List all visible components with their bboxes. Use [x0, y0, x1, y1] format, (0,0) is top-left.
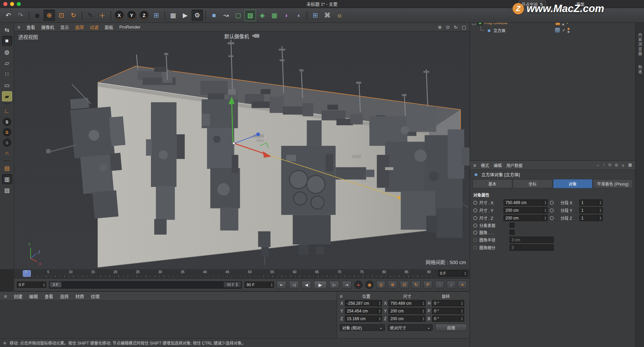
stepper[interactable]: ▴▾	[269, 282, 274, 288]
snap-button[interactable]: ∩	[2, 148, 12, 158]
record-button[interactable]: ●	[354, 281, 363, 289]
rotation-field[interactable]: 0 °▴▾	[432, 315, 464, 322]
object-label[interactable]: 立方体	[493, 28, 505, 33]
render-queue-button[interactable]: ▶	[179, 10, 191, 21]
keyframe-selection-button[interactable]: ◎	[376, 281, 385, 289]
primitive-cube-button[interactable]: ■	[208, 10, 220, 21]
array-button[interactable]: ▦	[269, 10, 280, 21]
size-y-field[interactable]: 200 cm▴▾	[503, 207, 548, 213]
sound-toggle[interactable]: ♪	[447, 281, 456, 289]
light-button[interactable]: ☼	[334, 10, 345, 21]
keyframe-dot[interactable]	[550, 216, 554, 220]
segments-x-field[interactable]: 1▴▾	[579, 199, 603, 206]
pen-tool[interactable]: ✎	[85, 10, 96, 21]
keyframe-dot[interactable]	[473, 208, 477, 212]
viewport-menu-display[interactable]: 显示	[60, 24, 69, 30]
tab-object[interactable]: 对象	[553, 179, 593, 188]
workplane-mode-button[interactable]: ▱	[2, 58, 12, 68]
timeline-ruler[interactable]: 0 5 10 15 20 25 30 35 40 45 50 55 60 65 …	[14, 269, 470, 279]
lock-icon[interactable]: ◎	[614, 162, 618, 168]
keyframe-dot[interactable]	[550, 201, 554, 205]
modeling-settings-button[interactable]: ▨	[2, 185, 12, 195]
fillet-checkbox[interactable]	[509, 230, 515, 235]
size-x-field[interactable]: 750.489 cm▴▾	[503, 199, 548, 206]
status-menu-icon[interactable]: ≡	[3, 340, 6, 346]
solo-hierarchy-button[interactable]: S	[2, 138, 12, 147]
material-menu-material[interactable]: 材质	[75, 293, 84, 299]
model-mode-button[interactable]: ■	[2, 36, 12, 46]
size-field[interactable]: 200 cm▴▾	[388, 308, 426, 314]
keyframe-dot[interactable]	[473, 216, 477, 220]
workplane-snap-button[interactable]: ▤	[2, 163, 12, 173]
keyframe-dot[interactable]	[473, 231, 477, 235]
viewport-menu-options[interactable]: 选项	[75, 24, 84, 30]
rotate-view-icon[interactable]: ↻	[454, 24, 458, 30]
rotation-field[interactable]: 0 °▴▾	[432, 308, 464, 314]
record-position-toggle[interactable]: ⊕	[388, 281, 397, 289]
size-field[interactable]: 200 cm▴▾	[388, 315, 426, 322]
attr-menu-edit[interactable]: 编辑	[494, 162, 502, 168]
solo-off-button[interactable]: S	[2, 117, 12, 127]
coordinate-system-button[interactable]: ⊞	[151, 10, 162, 21]
render-view-button[interactable]: ▦	[167, 10, 179, 21]
material-menu-edit[interactable]: 编辑	[29, 293, 38, 299]
edges-mode-button[interactable]: ▭	[2, 80, 12, 90]
polygons-mode-button[interactable]: ▰	[2, 91, 12, 101]
texture-mode-button[interactable]: ◍	[2, 47, 12, 57]
node-space-selector[interactable]: 节点空间 ⇅	[519, 1, 546, 8]
quantize-button[interactable]: ▥	[2, 174, 12, 184]
viewport-menu-prorender[interactable]: ProRender	[119, 24, 141, 30]
material-menu-create[interactable]: 创建	[14, 293, 22, 299]
timeline-range-slider[interactable]: 0 F 90 F∥	[49, 281, 242, 289]
material-menu-texture[interactable]: 纹理	[91, 293, 100, 299]
visibility-dots[interactable]	[568, 28, 570, 33]
add-icon[interactable]: ＋	[621, 162, 625, 168]
material-menu-icon[interactable]: ≡	[4, 293, 7, 299]
keyframe-dot[interactable]	[473, 201, 477, 205]
coordinate-menu-icon[interactable]: ≡	[340, 293, 346, 299]
goto-start-button[interactable]: ⇤	[277, 281, 286, 289]
deformer-button[interactable]: ◗	[281, 10, 292, 21]
strip-tab-content-browser[interactable]: 内容浏览器	[637, 33, 643, 56]
redo-icon[interactable]: ↷	[15, 10, 26, 21]
play-button[interactable]: ▶	[314, 281, 327, 289]
render-settings-button[interactable]: ⚙	[192, 10, 203, 21]
position-field[interactable]: -258.287 cm▴▾	[345, 300, 382, 306]
range-start-handle[interactable]: 0 F	[50, 282, 61, 287]
keyframe-dot[interactable]	[473, 224, 477, 228]
record-pla-toggle[interactable]: ∴	[435, 281, 444, 289]
separate-surfaces-checkbox[interactable]	[509, 223, 515, 228]
next-frame-button[interactable]: ▷	[329, 281, 339, 289]
strip-tab-structure[interactable]: 构造	[637, 65, 643, 75]
size-field[interactable]: 750.489 cm▴▾	[388, 300, 426, 306]
viewport-menu-icon[interactable]: ≡	[17, 24, 20, 30]
material-list-area[interactable]	[0, 301, 337, 339]
end-frame-field[interactable]: 90 F ▴▾	[245, 282, 274, 288]
interface-menu[interactable]: 界面	[576, 1, 584, 7]
nav-back-icon[interactable]: ←	[596, 162, 600, 168]
timeline-mode-icon[interactable]: ≡	[458, 281, 467, 289]
nav-up-icon[interactable]: ↑	[603, 162, 605, 168]
spline-pen-button[interactable]: ↝	[220, 10, 232, 21]
minimize-window-button[interactable]	[10, 2, 14, 6]
pan-view-icon[interactable]: ⊕	[438, 24, 442, 30]
material-menu-view[interactable]: 查看	[45, 293, 53, 299]
phong-tag-icon[interactable]	[555, 28, 560, 33]
coordinate-mode-select[interactable]: 对象 (相对)⌄	[340, 324, 385, 331]
scene-nodes-button[interactable]: ⌘	[322, 10, 333, 21]
tab-phong[interactable]: 平滑着色 (Phong)	[593, 179, 633, 188]
cloner-button[interactable]: ◈	[257, 10, 268, 21]
attribute-menu-icon[interactable]: ≡	[473, 162, 476, 168]
stepper[interactable]: ▴▾	[463, 270, 467, 276]
lock-x-axis-button[interactable]: X	[114, 10, 124, 20]
lock-y-axis-button[interactable]: Y	[127, 10, 137, 20]
camera-label[interactable]: 默认摄像机	[224, 34, 249, 39]
undo-icon[interactable]: ↶	[3, 10, 14, 21]
record-scale-toggle[interactable]: ⊡	[400, 281, 409, 289]
camera-icon[interactable]	[254, 34, 259, 38]
object-row-cube[interactable]: ■ 立方体 ✓	[477, 27, 633, 34]
goto-end-button[interactable]: ⇥	[342, 281, 352, 289]
generator-button[interactable]: ▢	[232, 10, 244, 21]
close-window-button[interactable]	[3, 2, 7, 6]
viewport-menu-camera[interactable]: 摄像机	[41, 24, 54, 30]
